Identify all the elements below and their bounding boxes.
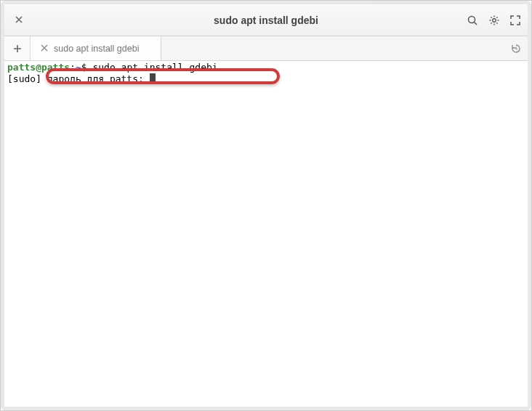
fullscreen-icon[interactable] [510,15,520,25]
tab-close-icon[interactable] [41,43,48,54]
titlebar-left [12,14,99,27]
prompt-host: patts [41,62,70,73]
history-icon[interactable] [510,36,522,60]
settings-gear-icon[interactable] [488,15,500,26]
svg-point-0 [469,16,475,23]
window-titlebar: sudo apt install gdebi [4,4,528,36]
terminal-tab[interactable]: sudo apt install gdebi [31,36,161,60]
svg-point-1 [493,18,496,21]
sudo-prefix: [sudo] [7,73,47,84]
command-text: sudo apt install gdebi [92,62,217,73]
window-close-button[interactable] [12,14,26,27]
prompt-path: ~ [76,62,81,73]
terminal-cursor [150,73,156,84]
prompt-at: @ [36,62,41,73]
tab-label: sudo apt install gdebi [54,44,139,54]
titlebar-right [433,15,520,26]
terminal-window: sudo apt install gdebi sudo apt install … [1,1,531,410]
search-icon[interactable] [467,15,478,26]
prompt-sep: $ [81,62,93,73]
prompt-colon: : [70,62,76,73]
prompt-user: patts [7,62,36,73]
window-title: sudo apt install gdebi [99,15,433,26]
tab-bar: sudo apt install gdebi [4,36,528,61]
new-tab-button[interactable] [4,36,31,60]
terminal-output[interactable]: patts@patts:~$ sudo apt install gdebi [s… [4,61,528,407]
password-prompt-text: пароль для patts: [47,73,150,84]
